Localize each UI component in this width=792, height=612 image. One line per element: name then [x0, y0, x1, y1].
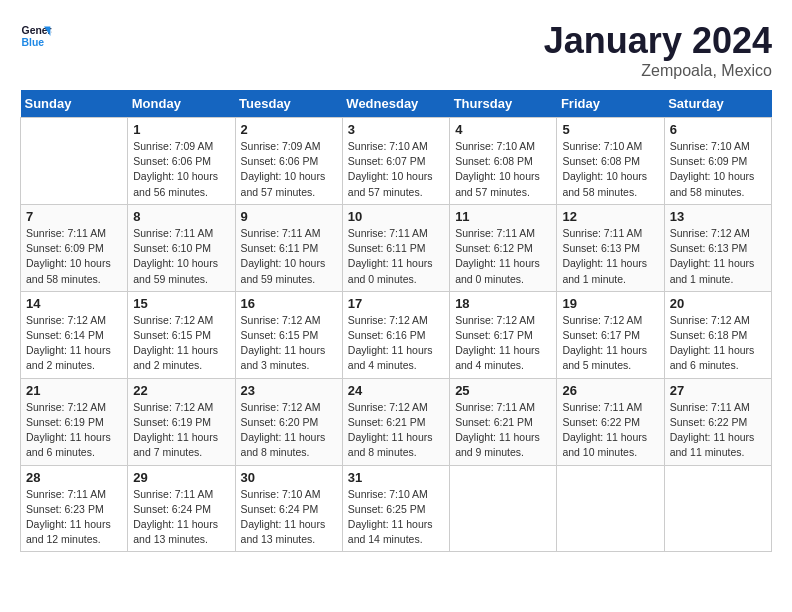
table-row — [557, 465, 664, 552]
day-number: 15 — [133, 296, 229, 311]
day-info: Sunrise: 7:11 AM Sunset: 6:12 PM Dayligh… — [455, 226, 551, 287]
day-number: 18 — [455, 296, 551, 311]
day-info: Sunrise: 7:11 AM Sunset: 6:13 PM Dayligh… — [562, 226, 658, 287]
day-number: 28 — [26, 470, 122, 485]
table-row — [21, 118, 128, 205]
table-row: 19Sunrise: 7:12 AM Sunset: 6:17 PM Dayli… — [557, 291, 664, 378]
table-row: 17Sunrise: 7:12 AM Sunset: 6:16 PM Dayli… — [342, 291, 449, 378]
table-row: 10Sunrise: 7:11 AM Sunset: 6:11 PM Dayli… — [342, 204, 449, 291]
logo: General Blue — [20, 20, 52, 52]
calendar-week-5: 28Sunrise: 7:11 AM Sunset: 6:23 PM Dayli… — [21, 465, 772, 552]
day-number: 13 — [670, 209, 766, 224]
day-number: 14 — [26, 296, 122, 311]
day-info: Sunrise: 7:12 AM Sunset: 6:17 PM Dayligh… — [562, 313, 658, 374]
table-row: 3Sunrise: 7:10 AM Sunset: 6:07 PM Daylig… — [342, 118, 449, 205]
table-row: 30Sunrise: 7:10 AM Sunset: 6:24 PM Dayli… — [235, 465, 342, 552]
day-info: Sunrise: 7:11 AM Sunset: 6:11 PM Dayligh… — [348, 226, 444, 287]
col-monday: Monday — [128, 90, 235, 118]
table-row: 31Sunrise: 7:10 AM Sunset: 6:25 PM Dayli… — [342, 465, 449, 552]
table-row: 27Sunrise: 7:11 AM Sunset: 6:22 PM Dayli… — [664, 378, 771, 465]
day-number: 31 — [348, 470, 444, 485]
table-row: 24Sunrise: 7:12 AM Sunset: 6:21 PM Dayli… — [342, 378, 449, 465]
day-number: 7 — [26, 209, 122, 224]
table-row — [664, 465, 771, 552]
day-number: 17 — [348, 296, 444, 311]
day-number: 1 — [133, 122, 229, 137]
day-info: Sunrise: 7:09 AM Sunset: 6:06 PM Dayligh… — [241, 139, 337, 200]
day-number: 6 — [670, 122, 766, 137]
day-number: 20 — [670, 296, 766, 311]
day-number: 23 — [241, 383, 337, 398]
calendar-header-row: Sunday Monday Tuesday Wednesday Thursday… — [21, 90, 772, 118]
day-number: 4 — [455, 122, 551, 137]
day-number: 19 — [562, 296, 658, 311]
day-number: 30 — [241, 470, 337, 485]
day-info: Sunrise: 7:12 AM Sunset: 6:15 PM Dayligh… — [241, 313, 337, 374]
day-info: Sunrise: 7:12 AM Sunset: 6:19 PM Dayligh… — [133, 400, 229, 461]
day-number: 3 — [348, 122, 444, 137]
col-tuesday: Tuesday — [235, 90, 342, 118]
day-info: Sunrise: 7:12 AM Sunset: 6:16 PM Dayligh… — [348, 313, 444, 374]
day-info: Sunrise: 7:12 AM Sunset: 6:18 PM Dayligh… — [670, 313, 766, 374]
day-info: Sunrise: 7:09 AM Sunset: 6:06 PM Dayligh… — [133, 139, 229, 200]
table-row: 2Sunrise: 7:09 AM Sunset: 6:06 PM Daylig… — [235, 118, 342, 205]
day-info: Sunrise: 7:12 AM Sunset: 6:19 PM Dayligh… — [26, 400, 122, 461]
table-row: 20Sunrise: 7:12 AM Sunset: 6:18 PM Dayli… — [664, 291, 771, 378]
table-row: 6Sunrise: 7:10 AM Sunset: 6:09 PM Daylig… — [664, 118, 771, 205]
title-block: January 2024 Zempoala, Mexico — [544, 20, 772, 80]
day-info: Sunrise: 7:10 AM Sunset: 6:25 PM Dayligh… — [348, 487, 444, 548]
day-info: Sunrise: 7:11 AM Sunset: 6:22 PM Dayligh… — [670, 400, 766, 461]
calendar-title: January 2024 — [544, 20, 772, 62]
day-info: Sunrise: 7:11 AM Sunset: 6:10 PM Dayligh… — [133, 226, 229, 287]
svg-text:Blue: Blue — [22, 37, 45, 48]
day-number: 27 — [670, 383, 766, 398]
col-saturday: Saturday — [664, 90, 771, 118]
day-info: Sunrise: 7:10 AM Sunset: 6:08 PM Dayligh… — [562, 139, 658, 200]
page-header: General Blue January 2024 Zempoala, Mexi… — [20, 20, 772, 80]
day-info: Sunrise: 7:12 AM Sunset: 6:14 PM Dayligh… — [26, 313, 122, 374]
day-number: 9 — [241, 209, 337, 224]
calendar-table: Sunday Monday Tuesday Wednesday Thursday… — [20, 90, 772, 552]
day-number: 26 — [562, 383, 658, 398]
day-info: Sunrise: 7:11 AM Sunset: 6:23 PM Dayligh… — [26, 487, 122, 548]
col-wednesday: Wednesday — [342, 90, 449, 118]
day-info: Sunrise: 7:11 AM Sunset: 6:21 PM Dayligh… — [455, 400, 551, 461]
day-number: 11 — [455, 209, 551, 224]
day-info: Sunrise: 7:12 AM Sunset: 6:21 PM Dayligh… — [348, 400, 444, 461]
day-number: 12 — [562, 209, 658, 224]
day-number: 29 — [133, 470, 229, 485]
day-info: Sunrise: 7:12 AM Sunset: 6:17 PM Dayligh… — [455, 313, 551, 374]
table-row: 28Sunrise: 7:11 AM Sunset: 6:23 PM Dayli… — [21, 465, 128, 552]
table-row: 8Sunrise: 7:11 AM Sunset: 6:10 PM Daylig… — [128, 204, 235, 291]
day-info: Sunrise: 7:12 AM Sunset: 6:13 PM Dayligh… — [670, 226, 766, 287]
day-number: 2 — [241, 122, 337, 137]
table-row: 9Sunrise: 7:11 AM Sunset: 6:11 PM Daylig… — [235, 204, 342, 291]
col-thursday: Thursday — [450, 90, 557, 118]
day-number: 24 — [348, 383, 444, 398]
calendar-subtitle: Zempoala, Mexico — [544, 62, 772, 80]
table-row: 13Sunrise: 7:12 AM Sunset: 6:13 PM Dayli… — [664, 204, 771, 291]
day-number: 21 — [26, 383, 122, 398]
day-info: Sunrise: 7:10 AM Sunset: 6:08 PM Dayligh… — [455, 139, 551, 200]
day-info: Sunrise: 7:10 AM Sunset: 6:24 PM Dayligh… — [241, 487, 337, 548]
day-number: 25 — [455, 383, 551, 398]
day-info: Sunrise: 7:11 AM Sunset: 6:11 PM Dayligh… — [241, 226, 337, 287]
calendar-week-4: 21Sunrise: 7:12 AM Sunset: 6:19 PM Dayli… — [21, 378, 772, 465]
table-row: 29Sunrise: 7:11 AM Sunset: 6:24 PM Dayli… — [128, 465, 235, 552]
table-row: 4Sunrise: 7:10 AM Sunset: 6:08 PM Daylig… — [450, 118, 557, 205]
col-sunday: Sunday — [21, 90, 128, 118]
table-row: 1Sunrise: 7:09 AM Sunset: 6:06 PM Daylig… — [128, 118, 235, 205]
day-info: Sunrise: 7:11 AM Sunset: 6:09 PM Dayligh… — [26, 226, 122, 287]
day-info: Sunrise: 7:12 AM Sunset: 6:20 PM Dayligh… — [241, 400, 337, 461]
table-row: 25Sunrise: 7:11 AM Sunset: 6:21 PM Dayli… — [450, 378, 557, 465]
table-row: 21Sunrise: 7:12 AM Sunset: 6:19 PM Dayli… — [21, 378, 128, 465]
day-info: Sunrise: 7:10 AM Sunset: 6:09 PM Dayligh… — [670, 139, 766, 200]
col-friday: Friday — [557, 90, 664, 118]
calendar-week-1: 1Sunrise: 7:09 AM Sunset: 6:06 PM Daylig… — [21, 118, 772, 205]
table-row: 7Sunrise: 7:11 AM Sunset: 6:09 PM Daylig… — [21, 204, 128, 291]
table-row: 14Sunrise: 7:12 AM Sunset: 6:14 PM Dayli… — [21, 291, 128, 378]
table-row: 18Sunrise: 7:12 AM Sunset: 6:17 PM Dayli… — [450, 291, 557, 378]
table-row — [450, 465, 557, 552]
day-info: Sunrise: 7:11 AM Sunset: 6:24 PM Dayligh… — [133, 487, 229, 548]
day-number: 8 — [133, 209, 229, 224]
